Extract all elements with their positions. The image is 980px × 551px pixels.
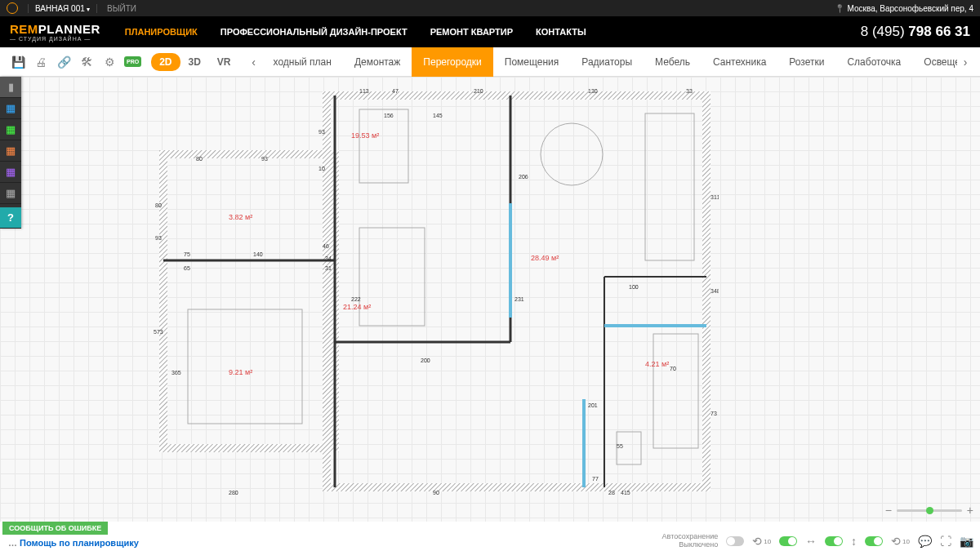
view-2d-button[interactable]: 2D xyxy=(151,53,180,71)
svg-rect-15 xyxy=(188,309,302,424)
share-icon[interactable]: 🔗 xyxy=(55,53,73,71)
svg-text:280: 280 xyxy=(229,490,238,495)
nav-renovation[interactable]: РЕМОНТ КВАРТИР xyxy=(430,27,513,37)
snap-toggle-3[interactable] xyxy=(865,536,883,546)
svg-text:10: 10 xyxy=(318,166,325,171)
svg-text:93: 93 xyxy=(155,235,162,241)
palette-wall-blue[interactable]: ▦ xyxy=(0,98,21,119)
svg-text:200: 200 xyxy=(421,358,430,363)
svg-text:365: 365 xyxy=(172,370,181,375)
pro-badge[interactable]: PRO xyxy=(124,56,141,67)
logo[interactable]: REMPLANNER— СТУДИЯ ДИЗАЙНА — xyxy=(10,22,100,42)
ribbon-plumbing[interactable]: Сантехника xyxy=(702,47,777,77)
camera-icon[interactable]: 📷 xyxy=(960,535,973,548)
phone-number[interactable]: 8 (495) 798 66 31 xyxy=(861,24,970,40)
svg-text:3.82 м²: 3.82 м² xyxy=(229,213,252,221)
svg-text:100: 100 xyxy=(629,284,639,290)
ribbon-rooms[interactable]: Помещения xyxy=(493,47,570,77)
ribbon-demolition[interactable]: Демонтаж xyxy=(343,47,412,77)
palette-help-button[interactable]: ? xyxy=(0,207,21,229)
autosave-status: Автосохранение Выключено xyxy=(662,533,719,549)
svg-rect-2 xyxy=(327,96,706,487)
save-icon[interactable]: 💾 xyxy=(9,53,27,71)
planner-help-link[interactable]: Помощь по планировщику xyxy=(8,538,139,548)
wall-palette: ▮ ▦ ▦ ▦ ▦ ▦ ? xyxy=(0,77,21,229)
ribbon-source-plan[interactable]: ходный план xyxy=(262,47,343,77)
floorplan[interactable]: 19.53 м² 3.82 м² 21.24 м² 9.21 м² 28.49 … xyxy=(147,89,719,497)
zoom-slider[interactable] xyxy=(897,509,962,512)
palette-wall-green[interactable]: ▦ xyxy=(0,119,21,140)
ribbon-radiators[interactable]: Радиаторы xyxy=(570,47,644,77)
svg-text:573: 573 xyxy=(154,329,163,335)
svg-rect-13 xyxy=(359,109,408,183)
svg-text:75: 75 xyxy=(184,251,190,257)
logout-button[interactable]: ВЫЙТИ xyxy=(100,4,143,13)
ribbon-lowvoltage[interactable]: Слаботочка xyxy=(835,47,912,77)
svg-text:28.49 м²: 28.49 м² xyxy=(531,254,559,262)
svg-text:21.24 м²: 21.24 м² xyxy=(343,303,371,311)
palette-wall-purple[interactable]: ▦ xyxy=(0,162,21,183)
autosave-toggle[interactable] xyxy=(726,536,744,546)
nav-planner[interactable]: ПЛАНИРОВЩИК xyxy=(125,27,198,37)
svg-rect-3 xyxy=(163,154,335,448)
zoom-in-button[interactable]: + xyxy=(967,504,973,517)
tools-icon[interactable]: 🛠 xyxy=(78,53,96,71)
ribbon-furniture[interactable]: Мебель xyxy=(644,47,702,77)
zoom-out-button[interactable]: − xyxy=(885,504,892,517)
svg-text:348: 348 xyxy=(710,288,719,294)
ribbon-sockets[interactable]: Розетки xyxy=(777,47,835,77)
svg-text:415: 415 xyxy=(621,490,630,495)
ribbon-scroll-right[interactable]: › xyxy=(957,56,973,69)
location-link[interactable]: Москва, Варсонофьевский пер, 4 xyxy=(835,4,973,13)
svg-text:93: 93 xyxy=(318,129,325,135)
canvas[interactable]: 19.53 м² 3.82 м² 21.24 м² 9.21 м² 28.49 … xyxy=(0,77,980,522)
svg-text:46: 46 xyxy=(323,243,329,249)
rotate-icon[interactable]: ⟲10 xyxy=(891,535,910,548)
view-vr-button[interactable]: VR xyxy=(209,53,239,71)
svg-point-16 xyxy=(541,123,603,185)
ribbon-partitions[interactable]: Перегородки xyxy=(412,47,492,77)
svg-text:33: 33 xyxy=(686,89,693,94)
svg-text:113: 113 xyxy=(359,89,369,94)
view-3d-button[interactable]: 3D xyxy=(180,53,209,71)
svg-text:28: 28 xyxy=(608,490,615,495)
svg-text:201: 201 xyxy=(588,402,598,408)
svg-text:130: 130 xyxy=(588,89,598,94)
settings-icon[interactable]: ⚙ xyxy=(100,53,118,71)
fullscreen-icon[interactable]: ⛶ xyxy=(940,535,951,548)
svg-text:90: 90 xyxy=(433,490,439,495)
snap-toggle-1[interactable] xyxy=(779,536,797,546)
svg-text:47: 47 xyxy=(392,89,399,94)
dimension-h-icon[interactable]: ↔ xyxy=(805,535,817,548)
svg-text:77: 77 xyxy=(592,476,599,482)
snap-toggle-2[interactable] xyxy=(825,536,843,546)
svg-text:156: 156 xyxy=(384,113,394,118)
report-bug-button[interactable]: СООБЩИТЬ ОБ ОШИБКЕ xyxy=(2,522,108,535)
palette-wall-standard[interactable]: ▮ xyxy=(0,77,21,98)
chat-icon[interactable]: 💬 xyxy=(918,535,932,548)
print-icon[interactable]: 🖨 xyxy=(32,53,50,71)
user-avatar-icon[interactable] xyxy=(7,2,18,14)
svg-text:34: 34 xyxy=(325,256,332,261)
svg-text:4.21 м²: 4.21 м² xyxy=(645,360,669,368)
ribbon-lighting[interactable]: Освеще xyxy=(912,47,957,77)
svg-rect-18 xyxy=(653,334,698,448)
svg-text:65: 65 xyxy=(184,265,190,271)
palette-wall-grey[interactable]: ▦ xyxy=(0,183,21,204)
svg-text:222: 222 xyxy=(351,296,361,302)
svg-text:55: 55 xyxy=(617,443,623,449)
dimension-v-icon[interactable]: ↕ xyxy=(851,535,857,548)
project-selector[interactable]: ВАННАЯ 001 xyxy=(28,4,97,13)
svg-rect-14 xyxy=(359,228,425,326)
palette-wall-orange[interactable]: ▦ xyxy=(0,140,21,162)
svg-text:231: 231 xyxy=(514,296,524,302)
nav-contacts[interactable]: КОНТАКТЫ xyxy=(536,27,586,37)
svg-text:19.53 м²: 19.53 м² xyxy=(351,131,379,140)
ribbon-scroll-left[interactable]: ‹ xyxy=(246,56,262,69)
nav-design-project[interactable]: ПРОФЕССИОНАЛЬНЫЙ ДИЗАЙН-ПРОЕКТ xyxy=(220,27,408,37)
svg-text:80: 80 xyxy=(155,202,162,208)
svg-text:80: 80 xyxy=(196,156,203,162)
svg-text:31: 31 xyxy=(325,265,332,271)
svg-rect-17 xyxy=(645,113,694,260)
snap-angle-icon[interactable]: ⟲10 xyxy=(752,535,771,548)
